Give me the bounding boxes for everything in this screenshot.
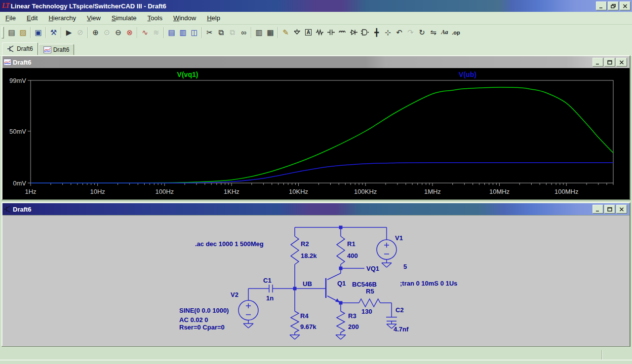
spice-directive-button[interactable]: .op	[450, 27, 462, 38]
redo-button[interactable]: ↷	[405, 27, 416, 38]
place-capacitor-button[interactable]	[325, 27, 337, 38]
cascade-windows-button[interactable]: ◫	[189, 27, 200, 38]
new-schematic-button[interactable]: ▤	[6, 27, 17, 38]
component-label-r3[interactable]: R3	[348, 312, 356, 320]
v2-param-ac[interactable]: AC 0.02 0	[179, 316, 208, 324]
menu-window[interactable]: Window	[168, 12, 201, 24]
node-label-vq1[interactable]: VQ1	[366, 265, 379, 272]
open-file-button[interactable]: ▨	[17, 27, 29, 38]
spice-directive-tran[interactable]: ;tran 0 10mS 0 1Us	[400, 280, 457, 287]
menu-help[interactable]: Help	[201, 12, 226, 24]
halt-simulation-button[interactable]: ⊘	[75, 27, 86, 38]
component-value-r4[interactable]: 9.67k	[300, 323, 316, 330]
place-diode-icon	[350, 28, 358, 36]
component-label-v1[interactable]: V1	[395, 234, 403, 242]
schematic-window-titlebar[interactable]: Draft6	[2, 203, 630, 215]
cut-button[interactable]: ✂	[204, 27, 215, 38]
main-close-button[interactable]	[620, 1, 631, 10]
waveform-maximize-button[interactable]	[604, 58, 615, 67]
waveform-close-button[interactable]	[616, 58, 627, 67]
v2-param-sine[interactable]: SINE(0 0.0 1000)	[179, 307, 229, 314]
draw-wire-button[interactable]: ✎	[280, 27, 291, 38]
component-value-c1[interactable]: 1n	[266, 294, 274, 302]
save-button[interactable]: ▣	[33, 27, 44, 38]
schematic-close-button[interactable]	[616, 205, 627, 214]
trace-label-vub[interactable]: V(ub)	[459, 71, 476, 78]
waveform-plot-pane[interactable]: 1Hz10Hz100Hz1KHz10KHz100KHz1MHz10MHz100M…	[2, 68, 630, 199]
main-titlebar[interactable]: LT Linear Technology LTspice/SwitcherCAD…	[0, 0, 632, 12]
voltage-sources[interactable]	[238, 240, 396, 320]
place-net-label-icon: A	[305, 29, 312, 36]
component-value-q1[interactable]: BC546B	[352, 281, 377, 288]
schematic-text[interactable]: R218.2kR1400V15R49.67kR3200R5130C11nC24.…	[179, 234, 457, 333]
zoom-out-button[interactable]: ⊖	[113, 27, 124, 38]
schematic-maximize-button[interactable]	[604, 205, 615, 214]
pan-view-button[interactable]: ≋	[151, 27, 162, 38]
waveform-window-controls	[592, 58, 627, 67]
component-value-r1[interactable]: 400	[347, 252, 358, 259]
menu-edit[interactable]: Edit	[21, 12, 43, 24]
zoom-full-extents-button[interactable]: ⊗	[124, 27, 135, 38]
place-diode-button[interactable]	[348, 27, 359, 38]
schematic-window-icon[interactable]	[3, 206, 11, 213]
place-resistor-button[interactable]	[314, 27, 325, 38]
v2-param-rser[interactable]: Rser=0 Cpar=0	[179, 324, 225, 331]
main-minimize-button[interactable]	[596, 1, 607, 10]
main-restore-button[interactable]	[608, 1, 619, 10]
run-simulation-button[interactable]: ▶	[63, 27, 75, 38]
place-text-button[interactable]: Aa	[439, 27, 450, 38]
move-button[interactable]: ╋	[371, 27, 382, 38]
print-preview-button[interactable]: ▥	[253, 27, 265, 38]
menu-view[interactable]: View	[81, 12, 106, 24]
schematic-canvas[interactable]: R218.2kR1400V15R49.67kR3200R5130C11nC24.…	[2, 215, 630, 346]
waveform-window-titlebar[interactable]: Draft6	[2, 56, 630, 68]
menu-tools[interactable]: Tools	[142, 12, 168, 24]
drag-button[interactable]: ⊹	[382, 27, 394, 38]
find-button[interactable]: ∞	[238, 27, 249, 38]
zoom-in-button[interactable]: ⊕	[90, 27, 101, 38]
menu-file[interactable]: File	[0, 12, 21, 24]
tile-horizontally-button[interactable]: ▤	[166, 27, 177, 38]
place-component-button[interactable]	[359, 27, 371, 38]
ltspice-logo-icon[interactable]: LT	[0, 2, 11, 10]
tab-draft6-1[interactable]: Draft6	[2, 42, 38, 55]
node-label-ub[interactable]: UB	[303, 280, 312, 288]
component-label-r5[interactable]: R5	[366, 288, 374, 295]
menu-hierarchy[interactable]: Hierarchy	[43, 12, 81, 24]
place-inductor-button[interactable]	[337, 27, 348, 38]
component-label-v2[interactable]: V2	[231, 291, 238, 298]
toolbar-grip[interactable]	[1, 27, 4, 38]
component-label-r2[interactable]: R2	[301, 240, 309, 248]
capacitors[interactable]	[269, 285, 397, 321]
waveform-minimize-button[interactable]	[592, 58, 603, 67]
undo-button[interactable]: ↶	[394, 27, 405, 38]
component-value-v1[interactable]: 5	[403, 263, 407, 270]
component-value-r2[interactable]: 18.2k	[301, 252, 317, 259]
print-button[interactable]: ▦	[265, 27, 276, 38]
place-ground-button[interactable]	[291, 27, 303, 38]
paste-button[interactable]: ⧉	[227, 27, 238, 38]
component-value-r3[interactable]: 200	[348, 323, 359, 330]
component-value-r5[interactable]: 130	[361, 308, 372, 315]
control-panel-button[interactable]: ⚒	[48, 27, 59, 38]
rotate-button[interactable]: ↻	[416, 27, 428, 38]
component-label-c2[interactable]: C2	[395, 306, 404, 314]
menu-simulate[interactable]: Simulate	[106, 12, 142, 24]
component-label-q1[interactable]: Q1	[337, 280, 346, 287]
trace-label-vvq1[interactable]: V(vq1)	[177, 71, 198, 78]
component-label-r4[interactable]: R4	[300, 312, 309, 320]
spice-directive-ac[interactable]: .ac dec 1000 1 500Meg	[195, 240, 264, 248]
autorange-y-axis-button[interactable]: ∿	[139, 27, 151, 38]
mirror-button[interactable]: ⇋	[428, 27, 439, 38]
place-net-label-button[interactable]: A	[303, 27, 314, 38]
copy-button[interactable]: ⧉	[215, 27, 227, 38]
waveform-window-icon[interactable]	[3, 59, 11, 66]
component-label-r1[interactable]: R1	[347, 240, 356, 248]
schematic-window: Draft6 R218.2kR1400V15R49.67kR3200R5130C…	[1, 202, 631, 347]
schematic-minimize-button[interactable]	[592, 205, 603, 214]
component-label-c1[interactable]: C1	[263, 277, 272, 284]
zoom-back-button[interactable]: ⊙	[101, 27, 113, 38]
tile-vertically-button[interactable]: ▥	[177, 27, 189, 38]
tab-draft6-2[interactable]: Draft6	[39, 44, 75, 55]
component-value-c2[interactable]: 4.7nf	[394, 326, 409, 333]
